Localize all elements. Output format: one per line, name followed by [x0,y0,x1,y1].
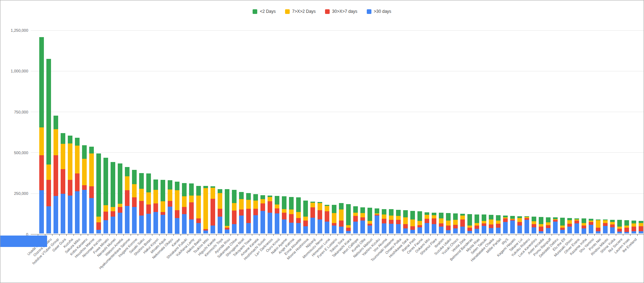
x-axis-tick [309,234,309,236]
gridline [31,71,644,71]
bar-segment--2-Days [89,147,94,153]
bar-segment-7-X-2-Days [382,214,386,219]
bar-segment--30-days [596,231,600,234]
bar-ratna-petit [410,211,415,233]
bar-segment-30-X-7-days [410,226,415,230]
bar-mori-calliope [353,206,358,234]
bar-segment--30-days [382,223,386,234]
x-axis-tick [387,234,388,236]
bar-segment-30-X-7-days [289,214,294,223]
x-axis-tick [459,234,459,236]
bar-mysta-rias [475,214,479,234]
bar-segment--30-days [389,224,394,234]
bar-segment--2-Days [289,197,294,210]
bar-tokoyami-towa [246,193,251,233]
bar-segment--30-days [146,214,151,234]
bar-segment--30-days [553,222,558,233]
bar-segment--2-Days [218,189,222,193]
bar-sakamata-chloe [232,190,237,234]
bar-segment--30-days [425,223,429,234]
bar-segment-30-X-7-days [560,228,565,230]
bar-yukihana-lamy [189,183,194,233]
bar-segment--30-days [246,223,251,234]
bar-segment-30-X-7-days [282,213,286,219]
bar-segment-7-X-2-Days [453,220,458,225]
bar-segment-7-X-2-Days [489,219,493,224]
bar-shu-yamino [589,219,593,233]
bar-segment--30-days [218,217,222,234]
bar-segment--30-days [617,232,622,234]
bar-segment--2-Days [510,216,515,219]
bar-segment-7-X-2-Days [432,215,436,219]
bar-segment--30-days [239,216,244,233]
bar-segment--2-Days [303,201,308,217]
bar-segment--30-days [574,223,579,234]
bar-segment-7-X-2-Days [39,127,44,155]
bar-millie-parfait [496,215,501,234]
bar-segment-7-X-2-Days [367,221,372,223]
bar-segment--30-days [510,221,515,234]
bar-segment-7-X-2-Days [211,188,215,198]
bar-vox-akuma [382,209,386,234]
x-axis-tick [81,234,81,236]
bar-sakura-miko [75,138,80,233]
bar-segment--2-Days [161,180,165,201]
bar-segment--2-Days [82,145,87,159]
bar-segment-7-X-2-Days [539,224,543,227]
bar-segment--30-days [403,228,408,234]
y-axis-tick-label: 750,000 [2,110,28,114]
bar-segment--2-Days [225,189,229,226]
bar-segment-7-X-2-Days [75,146,80,174]
bar-nanashi-mumei [111,162,115,234]
bar-segment-7-X-2-Days [546,222,551,225]
bar-segment--30-days [303,226,308,233]
bar-kanae [175,182,179,233]
x-axis-tick [402,234,402,236]
bar-sasaki-saku [139,173,144,233]
bar-lauren-iroas [624,220,629,233]
bar-segment--2-Days [403,210,408,217]
legend-item-3: >30 days [367,9,391,14]
bar-segment-7-X-2-Days [460,216,465,219]
bar-rindou-mikoto [603,219,608,233]
bar-segment--30-days [260,211,265,234]
bar-segment-7-X-2-Days [318,203,322,210]
bar-segment-7-X-2-Days [353,213,358,216]
bar-segment--2-Days [275,196,279,204]
x-axis-tick [552,234,552,236]
x-axis-tick [266,234,267,236]
bar-yashiro-kizuku [375,208,379,233]
bar-segment-7-X-2-Days [89,153,94,186]
bar-segment-30-X-7-days [260,203,265,211]
bar-segment--30-days [460,227,465,234]
bar-segment--2-Days [496,215,501,221]
x-axis-tick [116,234,117,236]
bar-hakui-koyori [153,180,158,234]
bar-ayunda-risu [225,189,229,233]
bar-segment-7-X-2-Days [532,221,536,224]
bar-segment--2-Days [453,213,458,219]
legend-swatch-icon [253,9,257,14]
bar-segment--2-Days [196,186,201,196]
bar-segment--30-days [211,226,215,234]
bar-segment--30-days [182,214,187,233]
bar-segment--30-days [289,223,294,234]
bar-segment-30-X-7-days [610,224,615,227]
bar-segment-30-X-7-days [460,219,465,227]
bar-segment--30-days [89,198,94,233]
bar-segment-30-X-7-days [253,209,258,215]
bar-segment-7-X-2-Days [146,192,151,204]
bar-segment-30-X-7-days [82,185,87,190]
legend-swatch-icon [367,9,371,14]
bar-segment--30-days [446,230,451,233]
bar-segment--2-Days [417,211,422,221]
bar-segment-30-X-7-days [89,186,94,198]
bar-segment-7-X-2-Days [282,209,286,213]
bar-segment-7-X-2-Days [268,197,272,202]
bar-segment-30-X-7-days [589,222,593,224]
bar-segment--2-Days [389,209,394,215]
legend-item-1: 7>X>2 Days [285,9,316,14]
bar-segment-30-X-7-days [118,207,122,213]
y-axis-tick-label: 1,000,000 [2,69,28,73]
bar-segment--30-days [68,196,72,234]
